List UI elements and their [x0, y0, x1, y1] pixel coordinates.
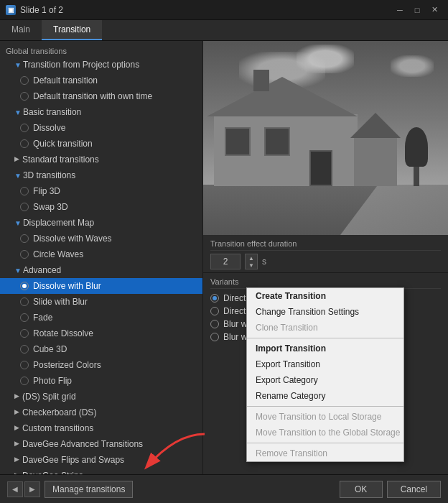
context-menu: Create Transition Change Transition Sett… — [246, 287, 404, 462]
tab-main[interactable]: Main — [0, 20, 42, 40]
item-label: (DS) Split grid — [22, 390, 76, 403]
manage-transitions-button[interactable]: Manage transitions — [45, 481, 133, 498]
title-bar: ▣ Slide 1 of 2 ─ □ ✕ — [0, 0, 448, 20]
ctx-import-transition[interactable]: Import Transition — [247, 341, 403, 356]
list-item[interactable]: Dissolve — [0, 120, 202, 136]
radio-icon — [20, 297, 29, 306]
ctx-rename-category[interactable]: Rename Category — [247, 388, 403, 404]
expand-icon: ▶ — [14, 455, 19, 465]
window-title: Slide 1 of 2 — [20, 5, 63, 15]
nav-prev-button[interactable]: ◀ — [7, 481, 23, 497]
ctx-change-settings[interactable]: Change Transition Settings — [247, 304, 403, 320]
item-label: Dissolve with Waves — [33, 232, 112, 245]
radio-icon — [20, 76, 29, 85]
ctx-create-transition[interactable]: Create Transition — [247, 288, 403, 304]
list-item[interactable]: ▼ 3D transitions — [0, 167, 202, 183]
collapse-icon: ▼ — [14, 170, 22, 181]
preview-area — [203, 41, 448, 235]
list-item[interactable]: Swap 3D — [0, 199, 202, 215]
window-center — [264, 127, 290, 156]
item-label: Transition from Project options — [23, 58, 139, 71]
item-label: Displacement Map — [23, 216, 94, 229]
list-item[interactable]: Dissolve with Waves — [0, 231, 202, 246]
list-item[interactable]: Photo Flip — [0, 373, 202, 389]
maximize-button[interactable]: □ — [409, 4, 425, 17]
item-label: Quick transition — [33, 137, 93, 150]
tab-bar: Main Transition — [0, 20, 448, 41]
radio-icon — [20, 92, 29, 101]
item-label: Default transition with own time — [33, 90, 152, 103]
spinner-down-button[interactable]: ▼ — [246, 262, 257, 269]
duration-unit: s — [262, 257, 266, 267]
dialog: Main Transition Global transitions ▼ Tra… — [0, 20, 448, 503]
collapse-icon: ▼ — [14, 107, 22, 118]
collapse-icon: ▼ — [14, 218, 22, 229]
chimney — [253, 70, 269, 91]
list-item[interactable]: ▶ Checkerboard (DS) — [0, 405, 202, 420]
list-item[interactable]: ▶ (DS) Split grid — [0, 389, 202, 405]
list-item[interactable]: Circle Waves — [0, 246, 202, 262]
list-item[interactable]: ▼ Displacement Map — [0, 215, 202, 231]
nav-next-button[interactable]: ▶ — [24, 481, 40, 497]
item-label: Dissolve with Blur — [33, 280, 101, 292]
bottom-bar: ◀ ▶ Manage transitions OK Cancel — [0, 474, 448, 503]
item-label: DaveGee Flips and Swaps — [22, 453, 124, 466]
building-wing — [354, 136, 397, 186]
item-label: Posterized Colors — [33, 359, 101, 372]
close-button[interactable]: ✕ — [426, 4, 442, 17]
right-panel: Transition effect duration ▲ ▼ s Variant… — [203, 41, 448, 474]
ctx-move-local: Move Transition to Local Storage — [247, 409, 403, 425]
radio-icon — [20, 313, 29, 322]
list-item[interactable]: ▶ Standard transitions — [0, 152, 202, 167]
variant-radio — [210, 294, 219, 303]
radio-icon — [20, 234, 29, 243]
ctx-separator-1 — [247, 338, 403, 338]
app-icon: ▣ — [6, 5, 16, 15]
duration-label: Transition effect duration — [210, 239, 441, 251]
list-item[interactable]: ▼ Basic transition — [0, 104, 202, 120]
collapse-icon: ▼ — [14, 265, 22, 276]
list-item[interactable]: ▼ Advanced — [0, 262, 202, 278]
list-item[interactable]: ▶ DaveGee Strips — [0, 468, 202, 474]
minimize-button[interactable]: ─ — [392, 4, 408, 17]
duration-input[interactable] — [210, 254, 241, 269]
tab-transition[interactable]: Transition — [42, 20, 102, 40]
item-label: Basic transition — [23, 106, 81, 119]
list-item[interactable]: Posterized Colors — [0, 357, 202, 373]
ok-cancel-group: OK Cancel — [340, 481, 441, 498]
list-item[interactable]: Fade — [0, 310, 202, 326]
item-label: DaveGee Advanced Transitions — [22, 438, 143, 451]
item-label: Slide with Blur — [33, 295, 88, 308]
item-label: Standard transitions — [22, 153, 99, 166]
list-item[interactable]: ▶ DaveGee Flips and Swaps — [0, 452, 202, 468]
tree-top — [405, 127, 428, 167]
list-item[interactable]: Default transition — [0, 73, 202, 88]
ctx-remove-transition: Remove Transition — [247, 446, 403, 461]
ok-button[interactable]: OK — [340, 481, 383, 498]
wing-roof — [350, 113, 401, 138]
ctx-export-category[interactable]: Export Category — [247, 372, 403, 388]
list-item[interactable]: ▶ Custom transitions — [0, 420, 202, 436]
transition-list[interactable]: Global transitions ▼ Transition from Pro… — [0, 41, 203, 474]
list-item[interactable]: Flip 3D — [0, 183, 202, 199]
ctx-export-transition[interactable]: Export Transition — [247, 356, 403, 372]
expand-icon: ▶ — [14, 392, 19, 402]
item-label: Flip 3D — [33, 185, 60, 198]
item-label: Photo Flip — [33, 374, 72, 387]
list-item[interactable]: Quick transition — [0, 136, 202, 152]
list-item-dissolve-blur[interactable]: Dissolve with Blur — [0, 278, 202, 294]
cancel-button[interactable]: Cancel — [387, 481, 441, 498]
list-item[interactable]: Default transition with own time — [0, 88, 202, 104]
list-item[interactable]: ▶ DaveGee Advanced Transitions — [0, 436, 202, 452]
duration-row: ▲ ▼ s — [210, 254, 441, 269]
spinner-up-button[interactable]: ▲ — [246, 254, 257, 262]
expand-icon: ▶ — [14, 439, 19, 449]
variant-radio — [210, 333, 219, 341]
list-item[interactable]: Rotate Dissolve — [0, 326, 202, 341]
list-item[interactable]: ▼ Transition from Project options — [0, 57, 202, 73]
ctx-separator-3 — [247, 443, 403, 443]
list-item[interactable]: Cube 3D — [0, 341, 202, 357]
radio-icon — [20, 345, 29, 354]
expand-icon: ▶ — [14, 154, 19, 165]
list-item[interactable]: Slide with Blur — [0, 294, 202, 310]
